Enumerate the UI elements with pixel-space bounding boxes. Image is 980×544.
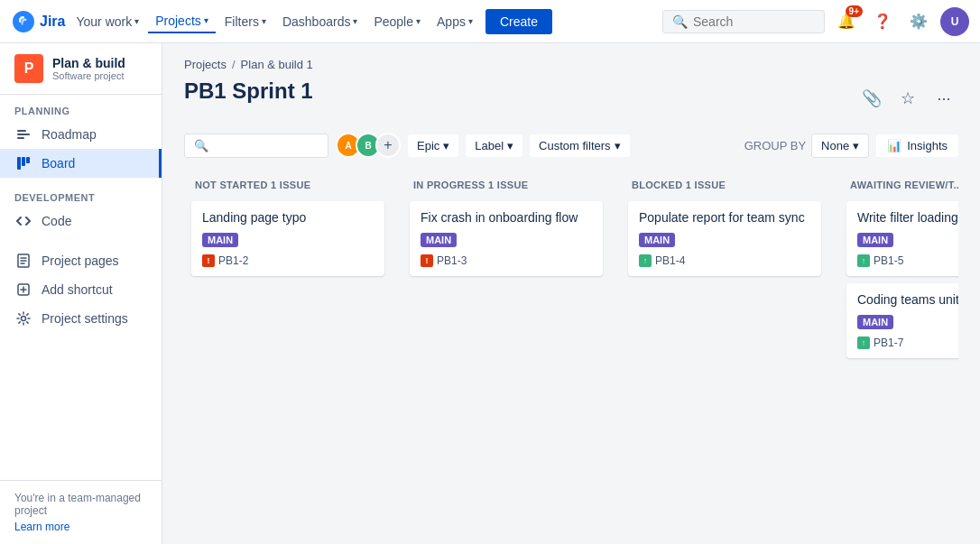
avatar-filter-add[interactable]: + [375,133,401,158]
page-title-actions: 📎 ☆ ··· [857,84,958,113]
nav-people[interactable]: People ▾ [366,11,428,32]
board-search[interactable]: 🔍 [184,134,328,158]
project-settings-label: Project settings [42,311,128,326]
breadcrumb-projects[interactable]: Projects [184,58,227,71]
column-header-in-progress: IN PROGRESS 1 ISSUE [402,172,610,198]
topnav: Jira Your work ▾ Projects ▾ Filters ▾ Da… [0,0,980,43]
search-input[interactable] [693,14,801,29]
pin-icon[interactable]: 📎 [857,84,886,113]
search-box[interactable]: 🔍 [662,10,825,33]
sidebar-planning-section: PLANNING Roadmap [0,95,162,181]
chevron-down-icon: ▾ [204,15,208,25]
learn-more-link[interactable]: Learn more [14,521,147,533]
notifications-button[interactable]: 🔔 9+ [832,7,861,36]
card[interactable]: Coding teams unite MAIN ↑ PB1-7 [846,283,958,358]
settings-button[interactable]: ⚙️ [904,7,933,36]
column-title: NOT STARTED 1 ISSUE [195,180,310,190]
card-tag: MAIN [421,233,457,247]
column-cards-blocked: Populate report for team sync MAIN ↑ PB1… [621,198,828,365]
page-title: PB1 Sprint 1 [184,78,313,104]
card-id-row: ! PB1-2 [202,254,374,267]
column-header-awaiting-review: AWAITING REVIEW/T... 2 ISSUES [839,172,958,198]
main-content: Projects / Plan & build 1 PB1 Sprint 1 📎… [162,43,980,544]
card-title: Populate report for team sync [639,210,810,225]
sidebar-item-code[interactable]: Code [0,207,162,235]
story-icon: ↑ [857,337,870,349]
code-label: Code [42,214,71,228]
board-search-input[interactable] [214,139,319,152]
nav-apps[interactable]: Apps ▾ [430,11,480,32]
insights-label: Insights [907,139,948,152]
custom-filters-button[interactable]: Custom filters ▾ [530,134,629,157]
sidebar-item-project-pages[interactable]: Project pages [0,246,162,275]
svg-rect-1 [17,134,30,135]
column-cards-not-started: Landing page typo MAIN ! PB1-2 [184,198,392,365]
sidebar-extra-items: Project pages Add shortcut [0,246,162,333]
column-cards-awaiting-review: Write filter loading message MAIN ↑ PB1-… [839,198,958,365]
insights-button[interactable]: 📊 Insights [876,134,958,157]
roadmap-icon [14,125,32,143]
group-by-select[interactable]: None ▾ [811,134,869,158]
sidebar-item-roadmap[interactable]: Roadmap [0,120,162,149]
svg-point-13 [22,317,26,321]
story-icon: ↑ [857,254,870,267]
epic-filter-button[interactable]: Epic ▾ [408,134,458,157]
card-title: Coding teams unite [857,292,958,307]
label-chevron-icon: ▾ [507,139,513,152]
nav-projects[interactable]: Projects ▾ [148,10,216,33]
column-title: BLOCKED 1 ISSUE [632,180,726,190]
sidebar: P Plan & build Software project PLANNING… [0,43,162,544]
main-layout: P Plan & build Software project PLANNING… [0,43,980,544]
label-label: Label [475,139,504,152]
notification-badge: 9+ [846,5,863,17]
card-tag: MAIN [639,233,675,247]
sidebar-item-project-settings[interactable]: Project settings [0,304,162,333]
settings-icon [14,309,32,327]
card-tag: MAIN [857,315,893,329]
app-logo[interactable]: Jira [11,9,65,34]
board: NOT STARTED 1 ISSUE Landing page typo MA… [184,172,958,373]
card[interactable]: Write filter loading message MAIN ↑ PB1-… [846,201,958,276]
card-id: ! PB1-3 [421,254,467,267]
nav-your-work[interactable]: Your work ▾ [69,11,146,32]
more-options-icon[interactable]: ··· [929,84,958,113]
column-not-started: NOT STARTED 1 ISSUE Landing page typo MA… [184,172,392,365]
group-by-label: GROUP BY [744,139,806,152]
chevron-down-icon: ▾ [134,16,139,26]
bug-icon: ! [421,254,433,267]
search-icon: 🔍 [672,14,688,29]
project-type: Software project [52,70,125,81]
label-filter-button[interactable]: Label ▾ [466,134,522,157]
column-in-progress: IN PROGRESS 1 ISSUE Fix crash in onboard… [402,172,610,365]
card-title: Write filter loading message [857,210,958,225]
logo-text: Jira [40,14,65,30]
card[interactable]: Fix crash in onboarding flow MAIN ! PB1-… [410,201,603,276]
insights-chart-icon: 📊 [887,139,901,152]
sidebar-item-add-shortcut[interactable]: Add shortcut [0,275,162,304]
breadcrumb-separator: / [232,58,236,71]
create-button[interactable]: Create [485,9,552,34]
card-id-text: PB1-5 [874,254,903,267]
nav-filters[interactable]: Filters ▾ [217,11,273,32]
nav-dashboards[interactable]: Dashboards ▾ [275,11,365,32]
card-id: ↑ PB1-5 [857,254,903,267]
group-by-control: GROUP BY None ▾ [744,134,869,158]
planning-section-label: PLANNING [0,106,162,120]
help-button[interactable]: ❓ [868,7,897,36]
column-header-not-started: NOT STARTED 1 ISSUE [184,172,392,198]
breadcrumb-project[interactable]: Plan & build 1 [241,58,313,71]
group-by-value: None [821,139,849,152]
column-title: IN PROGRESS 1 ISSUE [413,180,528,190]
epic-chevron-icon: ▾ [443,139,449,152]
project-info: Plan & build Software project [52,56,125,81]
svg-rect-4 [22,157,25,166]
card-id: ↑ PB1-7 [857,337,903,349]
user-avatar[interactable]: U [940,7,969,36]
card[interactable]: Landing page typo MAIN ! PB1-2 [191,201,384,276]
card[interactable]: Populate report for team sync MAIN ↑ PB1… [628,201,821,276]
star-icon[interactable]: ☆ [893,84,922,113]
sidebar-footer: You're in a team-managed project Learn m… [0,480,162,544]
sidebar-item-board[interactable]: Board [0,149,162,178]
board-icon [14,154,32,172]
card-id-row: ↑ PB1-7 [857,337,958,349]
